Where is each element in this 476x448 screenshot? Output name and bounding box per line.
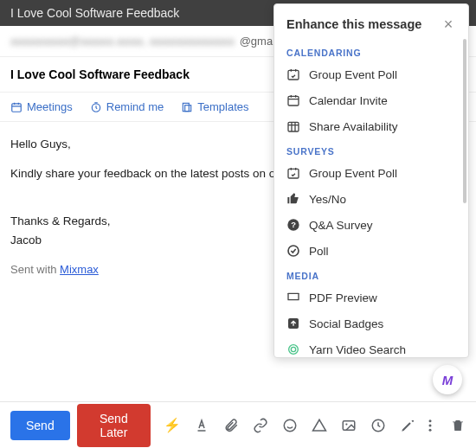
item-group-event-poll[interactable]: Group Event Poll bbox=[274, 61, 468, 87]
sent-with-prefix: Sent with bbox=[10, 263, 60, 276]
pen-icon[interactable] bbox=[400, 418, 415, 433]
item-yarn-video[interactable]: Yarn Video Search bbox=[274, 336, 468, 358]
share-icon bbox=[286, 317, 300, 330]
panel-item-label: PDF Preview bbox=[309, 291, 377, 304]
format-icons: ⚡ bbox=[164, 418, 415, 433]
templates-label: Templates bbox=[197, 100, 248, 113]
item-calendar-invite[interactable]: Calendar Invite bbox=[274, 87, 468, 113]
panel-item-label: Yes/No bbox=[309, 193, 346, 206]
compose-bottom-bar: Send Send Later ⚡ bbox=[0, 401, 476, 448]
more-icon[interactable] bbox=[422, 418, 438, 433]
svg-rect-14 bbox=[288, 169, 299, 178]
calendar-icon bbox=[10, 101, 23, 113]
mixmax-link[interactable]: Mixmax bbox=[60, 263, 99, 276]
svg-point-22 bbox=[291, 347, 295, 351]
panel-item-label: Group Event Poll bbox=[309, 68, 397, 81]
panel-item-label: Q&A Survey bbox=[309, 219, 373, 232]
mixmax-fab[interactable]: M bbox=[433, 365, 462, 394]
confidential-icon[interactable] bbox=[370, 418, 386, 433]
panel-item-label: Yarn Video Search bbox=[309, 343, 406, 356]
item-yes-no[interactable]: Yes/No bbox=[274, 186, 468, 212]
panel-item-label: Social Badges bbox=[309, 317, 383, 330]
meetings-button[interactable]: Meetings bbox=[10, 100, 73, 113]
svg-point-21 bbox=[289, 345, 299, 355]
bolt-icon[interactable]: ⚡ bbox=[164, 418, 180, 433]
panel-title: Enhance this message bbox=[286, 17, 439, 31]
templates-icon bbox=[181, 101, 193, 113]
thumbs-up-icon bbox=[286, 192, 300, 206]
svg-point-4 bbox=[284, 419, 296, 432]
text-format-icon[interactable] bbox=[194, 418, 209, 433]
svg-point-8 bbox=[429, 419, 432, 422]
section-media: MEDIA bbox=[274, 264, 468, 285]
svg-rect-12 bbox=[288, 96, 299, 106]
question-icon: ? bbox=[286, 218, 300, 232]
calendar-icon bbox=[286, 93, 300, 107]
svg-rect-13 bbox=[288, 122, 299, 131]
svg-point-10 bbox=[429, 428, 432, 431]
calendar-check-icon bbox=[286, 166, 300, 180]
calendar-grid-icon bbox=[286, 119, 300, 133]
drive-icon[interactable] bbox=[312, 418, 327, 433]
item-survey-group-poll[interactable]: Group Event Poll bbox=[274, 160, 468, 186]
check-circle-icon bbox=[286, 244, 300, 258]
recipient-blur: aaaaaaaaa@aaaaa.aaaa, aaaaaaaaaaaaa bbox=[10, 35, 235, 48]
panel-item-label: Poll bbox=[309, 245, 329, 258]
remind-button[interactable]: Remind me bbox=[90, 100, 164, 113]
calendar-check-icon bbox=[286, 67, 300, 81]
svg-rect-0 bbox=[12, 103, 22, 111]
item-qa-survey[interactable]: ?Q&A Survey bbox=[274, 212, 468, 238]
clock-icon bbox=[90, 101, 102, 113]
attach-icon[interactable] bbox=[223, 418, 239, 433]
panel-item-label: Group Event Poll bbox=[309, 167, 397, 180]
panel-item-label: Calendar Invite bbox=[309, 94, 388, 107]
section-calendaring: CALENDARING bbox=[274, 41, 468, 61]
svg-rect-3 bbox=[185, 105, 191, 111]
send-button[interactable]: Send bbox=[10, 411, 70, 440]
svg-rect-19 bbox=[289, 294, 299, 299]
item-poll[interactable]: Poll bbox=[274, 238, 468, 264]
monitor-icon bbox=[286, 291, 300, 304]
svg-rect-11 bbox=[288, 70, 299, 80]
templates-button[interactable]: Templates bbox=[181, 100, 248, 113]
svg-point-9 bbox=[429, 424, 432, 426]
remind-label: Remind me bbox=[106, 100, 164, 113]
trash-icon[interactable] bbox=[450, 418, 466, 433]
close-icon[interactable]: × bbox=[439, 15, 458, 34]
meetings-label: Meetings bbox=[27, 100, 73, 113]
svg-point-6 bbox=[345, 423, 347, 425]
svg-rect-2 bbox=[183, 103, 190, 111]
enhance-panel: Enhance this message × CALENDARING Group… bbox=[273, 3, 469, 358]
scrollbar[interactable] bbox=[463, 39, 466, 203]
emoji-icon[interactable] bbox=[282, 418, 298, 433]
panel-item-label: Share Availability bbox=[309, 120, 398, 133]
yarn-icon bbox=[286, 342, 300, 356]
send-later-button[interactable]: Send Later bbox=[77, 404, 151, 447]
item-share-availability[interactable]: Share Availability bbox=[274, 113, 468, 139]
svg-text:?: ? bbox=[291, 221, 296, 229]
link-icon[interactable] bbox=[253, 418, 268, 433]
image-icon[interactable] bbox=[341, 418, 357, 433]
section-surveys: SURVEYS bbox=[274, 139, 468, 160]
item-pdf-preview[interactable]: PDF Preview bbox=[274, 285, 468, 310]
item-social-badges[interactable]: Social Badges bbox=[274, 310, 468, 336]
